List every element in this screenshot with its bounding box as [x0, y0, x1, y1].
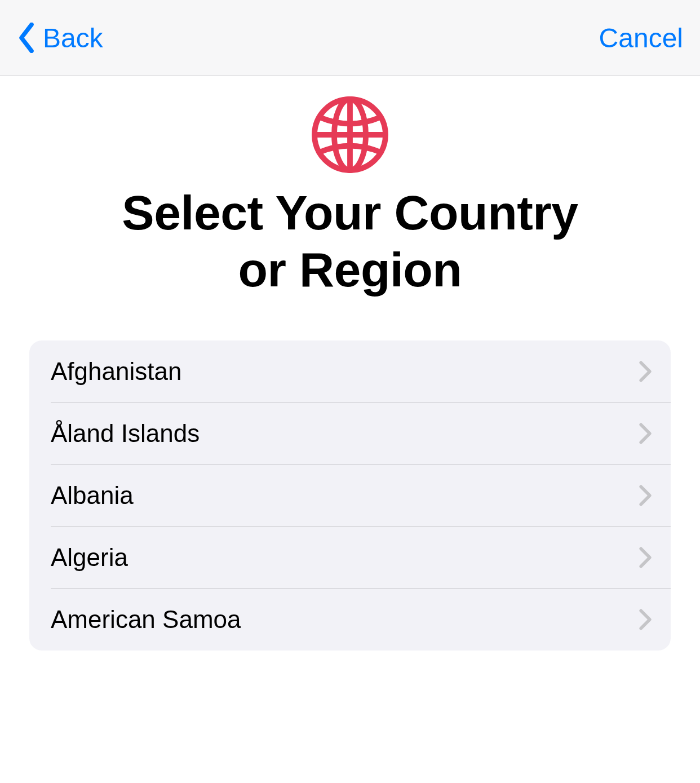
chevron-left-icon — [17, 23, 36, 53]
country-label: Åland Islands — [51, 419, 200, 448]
chevron-right-icon — [639, 423, 652, 444]
country-list: Afghanistan Åland Islands Albania Algeri… — [29, 340, 671, 651]
chevron-right-icon — [639, 547, 652, 568]
hero: Select Your Country or Region — [0, 76, 700, 299]
country-row[interactable]: Åland Islands — [29, 402, 671, 465]
navbar: Back Cancel — [0, 0, 700, 76]
chevron-right-icon — [639, 609, 652, 630]
country-label: Albania — [51, 481, 134, 510]
country-row[interactable]: Algeria — [29, 527, 671, 589]
cancel-label: Cancel — [599, 23, 683, 53]
country-row[interactable]: Albania — [29, 465, 671, 527]
chevron-right-icon — [639, 485, 652, 506]
back-label: Back — [43, 23, 103, 54]
back-button[interactable]: Back — [17, 23, 103, 54]
cancel-button[interactable]: Cancel — [599, 23, 683, 54]
chevron-right-icon — [639, 361, 652, 382]
country-row[interactable]: American Samoa — [29, 589, 671, 651]
country-label: American Samoa — [51, 605, 241, 634]
page-title: Select Your Country or Region — [122, 184, 578, 299]
country-label: Algeria — [51, 543, 128, 572]
globe-icon — [311, 95, 389, 174]
country-label: Afghanistan — [51, 357, 181, 386]
country-row[interactable]: Afghanistan — [29, 340, 671, 402]
